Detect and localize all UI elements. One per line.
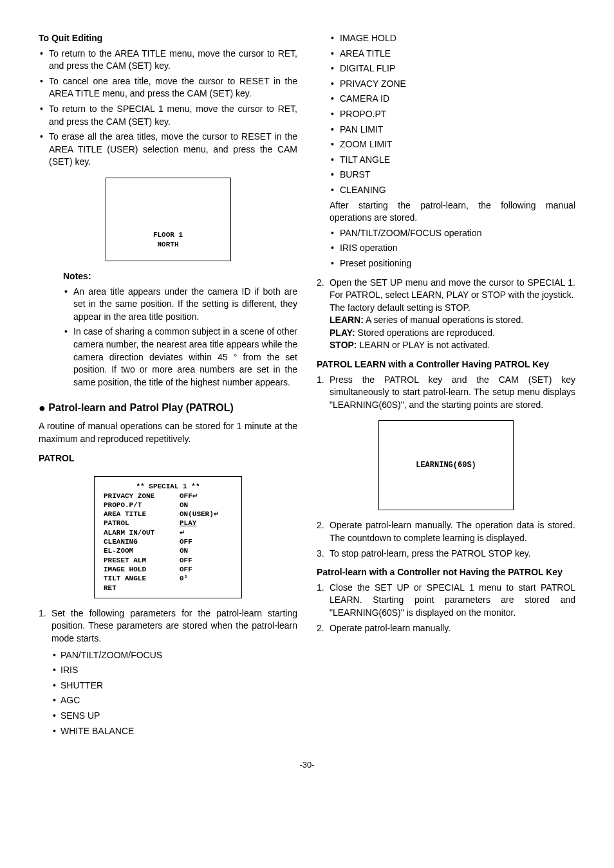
list-item: SHUTTER: [51, 679, 297, 692]
osd-value: PLAY: [180, 519, 196, 528]
patrol-intro: A routine of manual operations can be st…: [39, 420, 297, 445]
osd-value: OFF: [180, 556, 192, 565]
osd-row: PATROLPLAY: [104, 519, 232, 528]
heading-patrol: PATROL: [39, 452, 297, 465]
osd-row: RET: [104, 584, 232, 593]
learn-label: LEARN:: [330, 315, 364, 325]
list-item: Preset positioning: [330, 257, 575, 270]
left-column: To Quit Editing To return to the AREA TI…: [39, 32, 297, 740]
osd-value: ON: [180, 546, 188, 555]
osd-row: AREA TITLEON(USER) ↵: [104, 510, 232, 519]
list-item: Open the SET UP menu and move the cursor…: [317, 277, 575, 353]
step-text: Open the SET UP menu and move the cursor…: [330, 277, 575, 300]
osd-screen-special1: ** SPECIAL 1 ** PRIVACY ZONEOFF ↵PROPO.P…: [94, 476, 242, 598]
list-item: TILT ANGLE: [330, 154, 575, 167]
patrol-step-list: Set the following parameters for the pat…: [39, 607, 297, 737]
heading-with-patrol-key: PATROL LEARN with a Controller Having PA…: [317, 358, 575, 371]
osd-line: FLOOR 1: [153, 230, 183, 239]
osd-value: ON: [180, 501, 188, 510]
list-item: IRIS operation: [330, 242, 575, 255]
heading-text: Patrol-learn and Patrol Play (PATROL): [48, 402, 233, 413]
list-item: PAN LIMIT: [330, 124, 575, 136]
notes-list: An area title appears under the camera I…: [63, 286, 297, 389]
osd-row: PRIVACY ZONEOFF ↵: [104, 492, 232, 501]
osd-label: PROPO.P/T: [104, 501, 180, 510]
after-start-list: PAN/TILT/ZOOM/FOCUS operation IRIS opera…: [317, 227, 575, 270]
bullet-icon: ●: [39, 402, 46, 414]
list-item: IRIS: [51, 664, 297, 677]
list-item: PAN/TILT/ZOOM/FOCUS: [51, 649, 297, 662]
list-item: Close the SET UP or SPECIAL 1 menu to st…: [317, 582, 575, 620]
osd-row: IMAGE HOLDOFF: [104, 565, 232, 574]
list-item: DIGITAL FLIP: [330, 62, 575, 75]
param-list-cont: IMAGE HOLD AREA TITLE DIGITAL FLIP PRIVA…: [317, 32, 575, 197]
osd-row: CLEANINGOFF: [104, 537, 232, 546]
arrow-icon: ↵: [180, 528, 185, 537]
list-item: To stop patrol-learn, press the PATROL S…: [317, 548, 575, 560]
right-column: IMAGE HOLD AREA TITLE DIGITAL FLIP PRIVA…: [317, 32, 575, 740]
osd-screen-learning: LEARNING(60S): [378, 420, 514, 510]
after-start-text: After starting the patrol-learn, the fol…: [330, 199, 575, 225]
list-item: Set the following parameters for the pat…: [39, 607, 297, 737]
heading-quit-editing: To Quit Editing: [39, 32, 297, 45]
list-item: An area title appears under the camera I…: [63, 286, 297, 324]
page-number: -30-: [39, 759, 575, 771]
arrow-icon: ↵: [192, 492, 198, 501]
osd-label: IMAGE HOLD: [104, 565, 180, 574]
without-key-steps: Close the SET UP or SPECIAL 1 menu to st…: [317, 582, 575, 634]
with-key-steps: Press the PATROL key and the CAM (SET) k…: [317, 374, 575, 412]
osd-label: EL-ZOOM: [104, 546, 180, 555]
osd-value: OFF: [180, 565, 192, 574]
list-item: Operate patrol-learn manually.: [317, 622, 575, 635]
list-item: Operate patrol-learn manually. The opera…: [317, 519, 575, 544]
osd-label: PRIVACY ZONE: [104, 492, 180, 501]
osd-row: ALARM IN/OUT ↵: [104, 528, 232, 537]
with-key-steps-cont: Operate patrol-learn manually. The opera…: [317, 519, 575, 560]
step-text: Set the following parameters for the pat…: [51, 608, 297, 643]
list-item: ZOOM LIMIT: [330, 138, 575, 151]
list-item: PROPO.PT: [330, 108, 575, 121]
osd-label: PATROL: [104, 519, 180, 528]
osd-line: NORTH: [157, 240, 178, 249]
list-item: To return to the SPECIAL 1 menu, move th…: [39, 103, 297, 128]
osd-row: PRESET ALMOFF: [104, 556, 232, 565]
osd-label: AREA TITLE: [104, 510, 180, 519]
play-text: Stored operations are reproduced.: [355, 328, 495, 338]
osd-label: TILT ANGLE: [104, 574, 180, 583]
list-item: Press the PATROL key and the CAM (SET) k…: [317, 374, 575, 412]
list-item: To erase all the area titles, move the c…: [39, 131, 297, 169]
list-item: SENS UP: [51, 710, 297, 723]
step-text: The factory default setting is STOP.: [330, 302, 470, 313]
osd-label: ALARM IN/OUT: [104, 528, 180, 537]
list-item: PRIVACY ZONE: [330, 78, 575, 91]
osd-value: ON(USER): [180, 510, 214, 519]
osd-line: LEARNING(60S): [416, 461, 476, 471]
list-item: In case of sharing a common subject in a…: [63, 326, 297, 389]
osd-row: PROPO.P/TON: [104, 501, 232, 510]
quit-editing-list: To return to the AREA TITLE menu, move t…: [39, 48, 297, 169]
list-item: To cancel one area title, move the curso…: [39, 75, 297, 100]
list-item: AGC: [51, 694, 297, 707]
list-item: BURST: [330, 169, 575, 181]
stop-text: LEARN or PLAY is not activated.: [357, 340, 490, 350]
list-item: CLEANING: [330, 184, 575, 197]
list-item: AREA TITLE: [330, 48, 575, 60]
heading-without-patrol-key: Patrol-learn with a Controller not Havin…: [317, 566, 575, 579]
notes-heading: Notes:: [63, 270, 297, 283]
osd-row: EL-ZOOMON: [104, 546, 232, 555]
osd-label: RET: [104, 584, 180, 593]
osd-label: CLEANING: [104, 537, 180, 546]
osd-label: PRESET ALM: [104, 556, 180, 565]
list-item: PAN/TILT/ZOOM/FOCUS operation: [330, 227, 575, 240]
learn-text: A series of manual operations is stored.: [364, 315, 523, 325]
heading-patrol-learn-play: ● Patrol-learn and Patrol Play (PATROL): [39, 400, 297, 416]
osd-row: TILT ANGLE0°: [104, 574, 232, 583]
osd-value: 0°: [180, 574, 188, 583]
patrol-step-list-2: Open the SET UP menu and move the cursor…: [317, 277, 575, 353]
osd-screen-floor: FLOOR 1 NORTH: [106, 178, 231, 261]
list-item: IMAGE HOLD: [330, 32, 575, 45]
param-list: PAN/TILT/ZOOM/FOCUS IRIS SHUTTER AGC SEN…: [51, 649, 297, 738]
stop-label: STOP:: [330, 340, 357, 350]
list-item: WHITE BALANCE: [51, 725, 297, 738]
list-item: To return to the AREA TITLE menu, move t…: [39, 48, 297, 73]
